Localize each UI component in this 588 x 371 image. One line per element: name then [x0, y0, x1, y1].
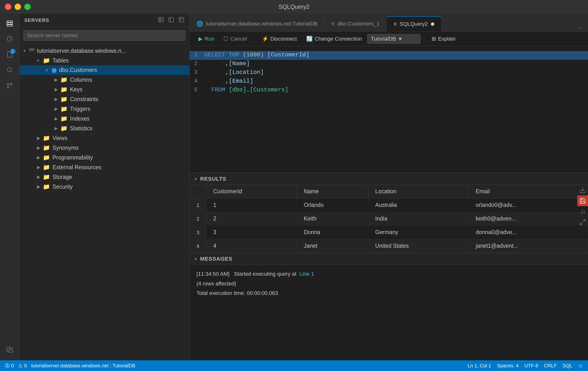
close-button[interactable]	[5, 4, 11, 10]
tab-server-connection[interactable]: 🌐 tutorialserver.database.windows.net:Tu…	[190, 16, 325, 31]
row-num-3: 3	[190, 226, 206, 239]
status-left: ⓪ 0 ⚠ 0 tutorialserver.database.windows.…	[5, 362, 135, 369]
database-dropdown[interactable]: TutorialDB ▾	[367, 34, 421, 44]
error-icon: ⓪	[5, 362, 10, 369]
save-results-icon-btn[interactable]	[577, 196, 588, 206]
messages-panel: ▾ MESSAGES [11:34:50 AM] Started executi…	[190, 253, 588, 302]
status-line-ending[interactable]: CRLF	[544, 363, 557, 369]
tab-bar: 🌐 tutorialserver.database.windows.net:Tu…	[190, 14, 588, 31]
views-folder-icon: 📁	[43, 135, 50, 142]
indexes-label: Indexes	[70, 115, 90, 122]
columns-arrow: ▶	[54, 77, 60, 82]
maximize-button[interactable]	[24, 4, 31, 10]
tab-customers-label: dbo.Customers_1	[337, 21, 380, 27]
tree-security[interactable]: ▶ 📁 Security	[20, 182, 189, 192]
svg-rect-14	[169, 17, 174, 22]
code-editor[interactable]: 1 SELECT TOP (1000) [CustomerId] 2 ,[Nam…	[190, 46, 588, 173]
server-icon	[29, 47, 34, 54]
cancel-label: Cancel	[230, 36, 247, 42]
cancel-button[interactable]: ☐ Cancel	[220, 34, 251, 43]
tree-triggers[interactable]: ▶ 📁 Triggers	[20, 104, 189, 114]
message-text-1: Started executing query at	[234, 271, 296, 277]
results-header: ▾ RESULTS	[190, 173, 588, 185]
tab-more-button[interactable]: ···	[573, 24, 588, 31]
svg-rect-17	[179, 17, 184, 22]
storage-label: Storage	[52, 174, 72, 180]
cell-location-3: Germany	[368, 226, 469, 239]
app-body: 1 SERVERS	[0, 14, 588, 360]
status-server[interactable]: tutorialserver.database.windows.net : Tu…	[31, 363, 135, 369]
code-line-2: 2 ,[Name]	[190, 60, 588, 69]
status-errors[interactable]: ⓪ 0	[5, 362, 14, 369]
tables-label: Tables	[52, 57, 69, 64]
tree-columns[interactable]: ▶ 📁 Columns	[20, 75, 189, 85]
messages-section-label: MESSAGES	[200, 256, 232, 262]
add-server-icon[interactable]	[178, 17, 185, 24]
minimize-button[interactable]	[15, 4, 21, 10]
status-warnings[interactable]: ⚠ 0	[18, 363, 27, 369]
message-line-link[interactable]: Line 1	[299, 271, 314, 277]
change-connection-button[interactable]: 🔄 Change Connection	[302, 34, 366, 43]
export-icon-btn[interactable]	[577, 185, 588, 196]
tree-indexes[interactable]: ▶ 📁 Indexes	[20, 114, 189, 124]
tree-customers-table[interactable]: ▾ ▦ dbo.Customers	[20, 65, 189, 75]
results-collapse-arrow[interactable]: ▾	[195, 176, 197, 182]
status-position[interactable]: Ln 1, Col 1	[468, 363, 491, 369]
sidebar-title: SERVERS	[24, 18, 49, 23]
tree-synonyms[interactable]: ▶ 📁 Synonyms	[20, 143, 189, 153]
code-line-5: 5 FROM [dbo].[Customers]	[190, 86, 588, 95]
disconnect-button[interactable]: ⚡ Disconnect	[258, 34, 301, 43]
maximize-icon-btn[interactable]	[577, 217, 588, 227]
cell-id-2: 2	[206, 212, 297, 226]
explain-button[interactable]: ⊞ Explain	[428, 34, 459, 43]
tree-server[interactable]: ▾ tutorialserver.database.windows.n...	[20, 46, 189, 56]
error-count: 0	[11, 363, 14, 369]
col-header-name: Name	[297, 185, 368, 198]
window-title: SQLQuery2	[279, 3, 310, 10]
chart-icon-btn[interactable]	[577, 206, 588, 217]
status-language[interactable]: SQL	[563, 363, 572, 369]
cell-email-1: orlando0@adv...	[469, 198, 588, 212]
tab-sqlquery2[interactable]: ≡ SQLQuery2	[387, 16, 441, 31]
svg-point-8	[11, 83, 12, 85]
run-button[interactable]: ▶ Run	[195, 34, 218, 43]
svg-line-26	[583, 220, 585, 222]
tree-statistics[interactable]: ▶ 📁 Statistics	[20, 124, 189, 133]
cell-location-4: United States	[368, 239, 469, 253]
messages-collapse-arrow[interactable]: ▾	[195, 256, 197, 262]
line-num-2: 2	[190, 61, 204, 67]
toolbar-separator-1	[254, 35, 255, 42]
tree-constraints[interactable]: ▶ 📁 Constraints	[20, 94, 189, 104]
line-content-2: ,[Name]	[204, 60, 588, 67]
tree-storage[interactable]: ▶ 📁 Storage	[20, 172, 189, 182]
traffic-lights	[5, 4, 31, 10]
activity-servers[interactable]	[2, 16, 17, 31]
search-input[interactable]	[23, 30, 186, 41]
tab-customers[interactable]: ≡ dbo.Customers_1	[325, 16, 387, 31]
activity-settings[interactable]	[2, 342, 17, 357]
indexes-arrow: ▶	[54, 116, 60, 121]
status-spaces[interactable]: Spaces: 4	[497, 363, 519, 369]
tree-programmability[interactable]: ▶ 📁 Programmability	[20, 153, 189, 162]
constraints-arrow: ▶	[54, 96, 60, 102]
svg-rect-2	[7, 25, 12, 26]
tab-server-label: tutorialserver.database.windows.net:Tuto…	[206, 21, 318, 27]
new-query-icon[interactable]	[158, 17, 164, 24]
tree-tables[interactable]: ▾ 📁 Tables	[20, 56, 189, 65]
messages-content: [11:34:50 AM] Started executing query at…	[190, 265, 588, 302]
activity-git[interactable]	[2, 78, 17, 93]
results-table-container[interactable]: CustomerId Name Location Email 1 1 Orlan…	[190, 185, 588, 253]
row-num-4: 4	[190, 239, 206, 253]
activity-history[interactable]	[2, 31, 17, 46]
disconnect-server-icon[interactable]	[168, 17, 174, 24]
activity-files[interactable]: 1	[2, 47, 17, 62]
tree-external-resources[interactable]: ▶ 📁 External Resources	[20, 162, 189, 172]
tree-keys[interactable]: ▶ 📁 Keys	[20, 85, 189, 94]
activity-search[interactable]	[2, 63, 17, 77]
status-encoding[interactable]: UTF-8	[525, 363, 538, 369]
sidebar-header: SERVERS	[20, 14, 189, 27]
line-content-3: ,[Location]	[204, 69, 588, 76]
cell-name-4: Janet	[297, 239, 368, 253]
col-header-location: Location	[368, 185, 469, 198]
tree-views[interactable]: ▶ 📁 Views	[20, 133, 189, 143]
